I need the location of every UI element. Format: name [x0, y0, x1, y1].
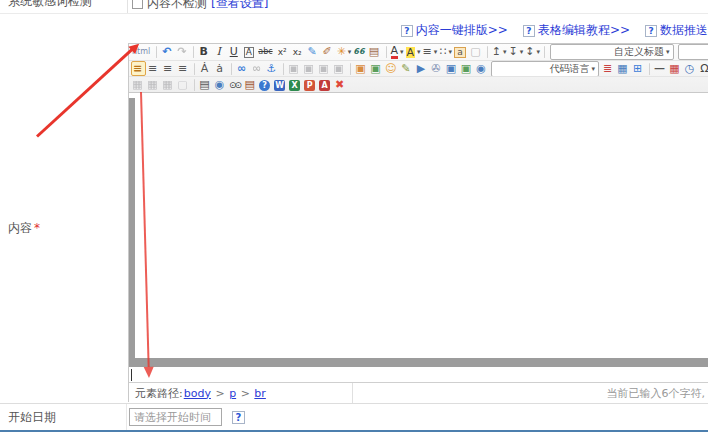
start-date-label: 开始日期	[0, 404, 127, 430]
excel-import-button[interactable]: X	[288, 78, 303, 93]
toolbar-row-1: html↶↷BIUAabcx²x₂✎✐✳▾66▤A▾A▾≡▾∷▾a▢↥▾↧▾↕▾…	[129, 44, 708, 61]
scrawl-button[interactable]: ✎	[399, 61, 414, 76]
insert-map-button[interactable]: ▣	[459, 61, 474, 76]
editor-content-area[interactable]	[129, 93, 708, 382]
view-settings-link[interactable]: [查看设置]	[211, 0, 268, 12]
help-link-anchor[interactable]: 数据推送	[660, 22, 708, 39]
blockquote-button[interactable]: 66	[352, 45, 367, 60]
anchor-button[interactable]: ⚓	[265, 61, 280, 76]
element-path-tag-link[interactable]: p	[229, 387, 236, 400]
format-match-button[interactable]: ✐	[321, 45, 336, 60]
paragraph-space-bottom-button[interactable]: ↧▾	[508, 45, 525, 60]
element-path-links: body > p > br	[183, 387, 267, 400]
align-left-button[interactable]: ≡	[131, 61, 146, 76]
question-icon: ?	[523, 25, 535, 37]
text-cursor	[131, 369, 132, 381]
align-justify-button[interactable]: ≡	[176, 61, 191, 76]
help-link: ? 表格编辑教程>>	[523, 22, 630, 39]
custom-style-select[interactable]: 自定义标题▾	[550, 44, 674, 60]
word-import-button[interactable]: W	[273, 78, 288, 93]
ordered-list-button[interactable]: ≡▾	[422, 45, 439, 60]
subscript-button[interactable]: x₂	[291, 45, 306, 60]
cms-edit-page: 系统敏感词检测 内容不检测 [查看设置] ? 内容一键排版>> ? 表格编辑教程…	[0, 0, 708, 432]
split-cell-button: ▦	[146, 78, 161, 93]
pdf-import-button[interactable]: A	[318, 78, 333, 93]
find-replace-button[interactable]: ⊙⊙	[228, 78, 243, 93]
ppt-import-button[interactable]: P	[303, 78, 318, 93]
image-left-button: ▣	[302, 61, 317, 76]
dropdown-caret-icon: ▾	[400, 48, 404, 56]
dropdown-caret-icon: ▾	[434, 48, 438, 56]
print-button[interactable]: ▤	[198, 78, 213, 93]
baidu-map-button[interactable]: ▦	[616, 61, 631, 76]
view-source-button[interactable]: html	[131, 45, 153, 60]
help-link-anchor[interactable]: 表格编辑教程>>	[538, 22, 630, 39]
dropdown-caret-icon: ▾	[449, 48, 453, 56]
element-path-tag-link[interactable]: br	[254, 387, 266, 400]
select-all-button[interactable]: a	[453, 45, 469, 60]
unordered-list-button[interactable]: ∷▾	[438, 45, 453, 60]
auto-typeset-button[interactable]: ✳▾	[336, 45, 353, 60]
horizontal-rule-button[interactable]: —	[653, 61, 668, 76]
underline-button[interactable]: U	[227, 45, 242, 60]
dropdown-caret-icon: ▾	[348, 48, 352, 56]
start-date-input[interactable]	[129, 408, 222, 426]
insert-code-button[interactable]: ≣	[601, 61, 616, 76]
content-field-label: 内容*	[8, 220, 40, 237]
align-right-button[interactable]: ≡	[161, 61, 176, 76]
font-border-button[interactable]: A	[242, 45, 257, 60]
baidu-app-button[interactable]: ◉	[474, 61, 489, 76]
word-count: 当前已输入6个字符,	[353, 383, 708, 403]
image-none-button: ▣	[287, 61, 302, 76]
start-date-row: 开始日期 ?	[0, 403, 708, 430]
help-link-anchor[interactable]: 内容一键排版>>	[416, 22, 508, 39]
line-height-button[interactable]: ↕▾	[524, 45, 541, 60]
to-uppercase-button[interactable]: Ȧ	[198, 61, 213, 76]
font-color-button[interactable]: A▾	[390, 45, 405, 60]
emotion-button[interactable]: ☺	[384, 61, 399, 76]
help-link: ? 内容一键排版>>	[401, 22, 508, 39]
no-detect-label: 内容不检测	[147, 0, 207, 12]
clear-content-button[interactable]: ✖	[333, 78, 348, 93]
no-detect-checkbox[interactable]	[132, 0, 143, 9]
strikethrough-button[interactable]: abc	[257, 45, 275, 60]
date-help-icon[interactable]: ?	[232, 411, 245, 424]
code-language-select[interactable]: 代码语言▾	[491, 61, 599, 77]
insert-date-button[interactable]: ▦	[668, 61, 683, 76]
paste-plain-button[interactable]: ▤	[368, 45, 383, 60]
italic-button[interactable]: I	[212, 45, 227, 60]
background-color-button[interactable]: A▾	[405, 45, 422, 60]
remove-format-button[interactable]: ✎	[306, 45, 321, 60]
insert-image-button[interactable]: ▣	[354, 61, 369, 76]
new-document-button[interactable]: ▢	[469, 45, 484, 60]
insert-time-button[interactable]: ◷	[683, 61, 698, 76]
insert-video-button[interactable]: ▶	[414, 61, 429, 76]
paragraph-select[interactable]: 段落▾	[678, 44, 708, 60]
dropdown-caret-icon: ▾	[591, 65, 595, 73]
to-lowercase-button[interactable]: ȧ	[213, 61, 228, 76]
element-path-tag-link[interactable]: body	[184, 387, 211, 400]
annotation-arrow-to-source-button	[36, 48, 133, 137]
link-button[interactable]: ∞	[235, 61, 250, 76]
upload-image-button[interactable]: ▣	[369, 61, 384, 76]
help-button[interactable]: ?	[258, 78, 273, 93]
undo-button[interactable]: ↶	[160, 45, 175, 60]
toolbar-row-3: ▦▦▦▢▤◉⊙⊙▤?WXPA✖	[129, 77, 708, 93]
unlink-button: ∞	[250, 61, 265, 76]
align-center-button[interactable]: ≡	[146, 61, 161, 76]
paragraph-space-top-button[interactable]: ↥▾	[491, 45, 508, 60]
superscript-button[interactable]: x²	[276, 45, 291, 60]
save-remote-image-button[interactable]: ⊞	[631, 61, 646, 76]
merge-cells-button: ▦	[131, 78, 146, 93]
attachment-button[interactable]: ✇	[429, 61, 444, 76]
bold-button[interactable]: B	[197, 45, 212, 60]
special-chars-button[interactable]: Ω	[698, 61, 708, 76]
paste-button[interactable]: ▤	[243, 78, 258, 93]
question-icon: ?	[645, 25, 657, 37]
snap-screen-button[interactable]: ▣	[444, 61, 459, 76]
sensitive-word-row: 系统敏感词检测 内容不检测 [查看设置]	[0, 0, 708, 14]
preview-button[interactable]: ◉	[213, 78, 228, 93]
image-right-button: ▣	[332, 61, 347, 76]
path-separator: >	[212, 387, 228, 400]
sensitive-word-label: 系统敏感词检测	[0, 0, 127, 13]
